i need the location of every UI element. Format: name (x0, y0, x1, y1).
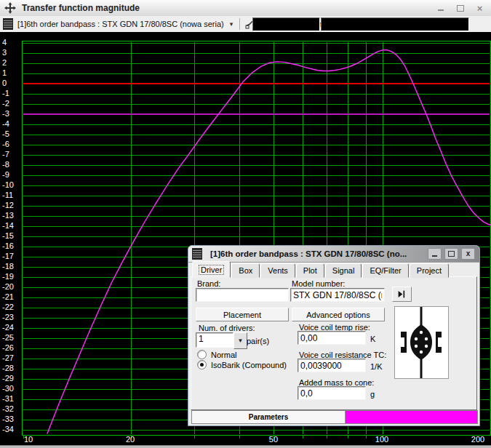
window-bottom-edge (0, 445, 491, 448)
progress-bar-fill (346, 411, 477, 423)
y-axis-label: -1 (2, 88, 21, 98)
toolbar-separator (239, 18, 240, 30)
y-axis-label: -5 (2, 129, 21, 139)
y-axis-label: -15 (2, 231, 21, 241)
dialog-close-button[interactable]: x (461, 248, 475, 260)
move-icon (4, 2, 16, 14)
close-button[interactable]: × (474, 4, 485, 13)
dialog-minimize-button[interactable] (428, 248, 442, 260)
y-axis-label: -23 (2, 312, 21, 322)
x-axis-label: 20 (126, 434, 135, 444)
y-axis-label: -33 (2, 414, 21, 424)
window-title: Transfer function magnitude (22, 3, 140, 13)
y-axis-label: -22 (2, 302, 21, 312)
window-titlebar: Transfer function magnitude × (0, 0, 491, 17)
temp-rise-field[interactable] (298, 331, 366, 345)
toolbar: [1]6th order bandpass : STX GDN 17/80/8S… (0, 16, 491, 33)
resistance-tc-field[interactable] (298, 359, 366, 372)
y-axis-label: -24 (2, 322, 21, 332)
dialog-maximize-button[interactable] (444, 248, 458, 260)
y-axis-label: -30 (2, 383, 21, 393)
x-axis-label: 50 (269, 434, 278, 444)
y-axis-label: -34 (2, 424, 21, 434)
preset-combobox-value: [1]6th order bandpass : STX GDN 17/80/8S… (17, 20, 224, 28)
tab-vents[interactable]: Vents (260, 263, 295, 278)
dialog-icon (192, 248, 202, 260)
y-axis-label: -10 (2, 180, 21, 190)
added-mass-unit: g (370, 390, 375, 399)
radio-isobarik[interactable] (197, 360, 207, 369)
y-axis-label: -27 (2, 353, 21, 363)
y-axis-label: -19 (2, 271, 21, 281)
model-number-label: Model number: (292, 279, 345, 288)
chevron-down-icon[interactable]: ▼ (233, 332, 247, 349)
y-axis-label: -3 (2, 108, 21, 119)
speaker-icon (397, 289, 407, 300)
y-axis-label: -8 (2, 159, 21, 169)
x-axis-label: 10 (24, 434, 33, 444)
mounting-option-isobarik[interactable]: IsoBarik (Compound) (197, 360, 287, 369)
brand-label: Brand: (197, 279, 220, 288)
minimize-button[interactable] (435, 4, 446, 13)
mounting-option-normal[interactable]: Normal (197, 350, 236, 359)
num-drivers-unit: pair(s) (247, 337, 269, 345)
dialog-titlebar[interactable]: [1]6th order bandpass : STX GDN 17/80/8S… (188, 246, 479, 263)
temp-rise-unit: K (370, 335, 375, 343)
num-drivers-label: Num. of drivers: (199, 324, 255, 332)
tab-eq-filter[interactable]: EQ/Filter (362, 263, 408, 278)
y-axis-label: -6 (2, 139, 21, 149)
y-axis-label: -29 (2, 373, 21, 383)
model-number-field[interactable] (290, 288, 385, 302)
tab-box[interactable]: Box (231, 263, 260, 278)
chevron-down-icon: ▾ (230, 20, 233, 28)
placement-button[interactable]: Placement (196, 308, 289, 321)
dialog-tabs: Driver Box Vents Plot Signal EQ/Filter P… (192, 263, 450, 278)
y-axis-label: -17 (2, 251, 21, 261)
test-signal-button[interactable] (392, 287, 412, 302)
resistance-tc-unit: 1/K (370, 362, 383, 371)
dialog-title: [1]6th order bandpass : STX GDN 17/80/8S… (210, 249, 407, 258)
y-axis-label: -16 (2, 241, 21, 251)
x-axis-label: 200 (471, 434, 484, 444)
y-axis-label: -4 (2, 119, 21, 129)
brand-field[interactable] (196, 288, 289, 302)
y-axis-label: 4 (2, 37, 21, 47)
y-axis-label: 3 (2, 47, 21, 57)
y-axis-label: -18 (2, 261, 21, 271)
num-drivers-combobox[interactable]: 1 ▼ (196, 332, 247, 349)
dialog-statusbar: Parameters (191, 410, 478, 424)
y-axis-label: -7 (2, 149, 21, 159)
toolbar-display-panel-2 (321, 17, 469, 31)
driver-cross-section (394, 306, 449, 379)
tab-project[interactable]: Project (410, 263, 449, 278)
tab-signal[interactable]: Signal (325, 263, 362, 278)
tab-driver[interactable]: Driver (192, 261, 231, 278)
y-axis-label: -32 (2, 404, 21, 414)
progress-bar (346, 411, 477, 423)
preset-combobox[interactable]: [1]6th order bandpass : STX GDN 17/80/8S… (3, 17, 233, 31)
added-mass-field[interactable] (298, 386, 366, 400)
y-axis-label: -2 (2, 98, 21, 108)
y-axis-label: -14 (2, 220, 21, 231)
y-axis-label: -13 (2, 210, 21, 220)
y-axis-label: -25 (2, 332, 21, 343)
advanced-options-button[interactable]: Advanced options (292, 308, 385, 321)
y-axis-label: -26 (2, 343, 21, 353)
num-drivers-value: 1 (196, 332, 233, 348)
maximize-button[interactable] (455, 4, 466, 13)
parameters-status-label: Parameters (192, 411, 346, 423)
y-axis-label: -9 (2, 169, 21, 180)
preset-icon (3, 18, 13, 30)
y-axis-label: -31 (2, 393, 21, 404)
radio-normal[interactable] (197, 350, 207, 359)
y-axis-label: -11 (2, 190, 21, 200)
tab-plot[interactable]: Plot (296, 263, 324, 278)
driver-dialog: [1]6th order bandpass : STX GDN 17/80/8S… (188, 245, 480, 426)
winisd-app: Transfer function magnitude × [1]6th ord… (0, 0, 491, 448)
y-axis-label: -12 (2, 200, 21, 210)
y-axis-label: -21 (2, 292, 21, 302)
y-axis-label: 1 (2, 68, 21, 78)
x-axis-label: 100 (375, 434, 388, 444)
toolbar-display-panel-1 (252, 17, 320, 31)
y-axis-label: -28 (2, 363, 21, 373)
